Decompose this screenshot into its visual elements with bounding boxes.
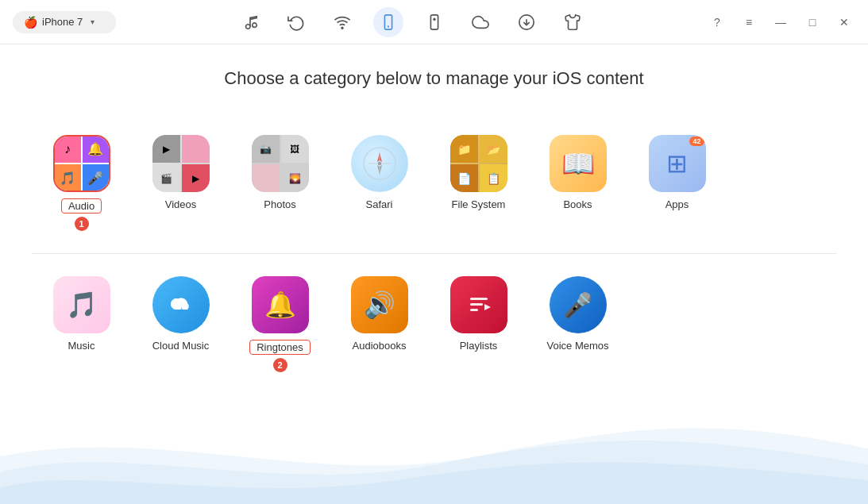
backup-icon[interactable]	[281, 7, 311, 37]
v-cell-3: 🎬	[152, 164, 180, 192]
category-item-audiobooks[interactable]: 🔊 Audiobooks	[330, 270, 429, 358]
fs-cell-3: 📄	[450, 164, 478, 192]
playlists-icon	[450, 276, 507, 333]
books-label: Books	[563, 198, 592, 210]
audiobooks-label: Audiobooks	[353, 340, 407, 352]
category-item-books[interactable]: 📖 Books	[528, 129, 627, 217]
p-cell-2: 🖼	[281, 135, 309, 163]
ios-nav-icon[interactable]	[419, 7, 449, 37]
svg-rect-17	[470, 309, 478, 311]
minimize-icon: —	[775, 16, 786, 29]
audiobooks-icon: 🔊	[351, 276, 408, 333]
videos-label: Videos	[165, 198, 197, 210]
videos-icon: ▶ 🎬 ▶	[152, 135, 210, 192]
category-item-apps[interactable]: ⊞ 42 Apps	[627, 129, 727, 217]
category-item-music[interactable]: 🎵 Music	[32, 270, 131, 358]
svg-point-1	[252, 22, 257, 26]
music-label: Music	[68, 340, 95, 352]
svg-point-2	[341, 27, 343, 29]
playlists-label: Playlists	[460, 340, 498, 352]
audio-cell-3: 🎵	[55, 164, 81, 192]
fs-cell-2: 📂	[480, 135, 507, 163]
ringtones-icon: 🔔	[252, 276, 309, 333]
chevron-down-icon: ▾	[91, 17, 95, 26]
toolbox-icon[interactable]	[557, 7, 588, 37]
cloud-icon[interactable]	[465, 7, 496, 37]
titlebar-left: 🍎 iPhone 7 ▾	[13, 11, 116, 33]
titlebar-right: ? ≡ — □ ✕	[706, 11, 855, 33]
cloudmusic-icon: ♪	[152, 276, 210, 333]
category-item-ringtones[interactable]: 🔔 Ringtones 2	[230, 270, 330, 379]
audio-cell-2: 🔔	[83, 135, 109, 163]
category-row-2: 🎵 Music ♪ Cloud Music	[32, 254, 836, 387]
audio-cell-4: 🎤	[83, 164, 109, 192]
audio-cell-1: ♪	[55, 135, 81, 163]
menu-icon: ≡	[746, 16, 752, 29]
music-nav-icon[interactable]	[235, 7, 265, 37]
category-item-videos[interactable]: ▶ 🎬 ▶ Videos	[131, 129, 230, 217]
help-icon: ?	[714, 16, 720, 29]
fs-cell-4: 📋	[480, 164, 507, 192]
apple-logo-icon: 🍎	[24, 16, 37, 29]
compass-svg	[362, 146, 397, 181]
safari-label: Safari	[366, 198, 393, 210]
v-cell-4: ▶	[182, 164, 210, 192]
download-icon[interactable]	[511, 7, 542, 37]
category-item-playlists[interactable]: Playlists	[429, 270, 528, 358]
step-1-badge: 1	[75, 217, 89, 231]
category-item-cloudmusic[interactable]: ♪ Cloud Music	[131, 270, 230, 358]
svg-rect-5	[430, 14, 438, 29]
category-grid: ♪ 🔔 🎵 🎤 Audio 1 ▶ 🎬 ▶	[32, 121, 836, 387]
svg-rect-15	[470, 298, 488, 300]
photos-icon: 📷 🖼 🌄	[252, 135, 309, 192]
p-cell-4: 🌄	[281, 164, 309, 192]
category-item-safari[interactable]: Safari	[330, 129, 429, 217]
device-name-label: iPhone 7	[42, 16, 83, 28]
nav-icons	[235, 7, 588, 37]
filesystem-label: File System	[452, 198, 506, 210]
category-item-photos[interactable]: 📷 🖼 🌄 Photos	[230, 129, 330, 217]
category-item-voicememos[interactable]: 🎤 Voice Memos	[528, 270, 627, 358]
ringtones-label: Ringtones	[249, 340, 311, 355]
wave-decoration	[0, 409, 868, 504]
help-button[interactable]: ?	[706, 11, 728, 33]
voicememos-label: Voice Memos	[546, 340, 608, 352]
audio-icon: ♪ 🔔 🎵 🎤	[53, 135, 110, 192]
svg-text:♪: ♪	[179, 305, 183, 314]
playlists-svg	[464, 290, 494, 320]
wifi-icon[interactable]	[327, 7, 357, 37]
voicememos-icon: 🎤	[550, 276, 607, 333]
cloud-music-svg: ♪	[167, 290, 195, 319]
category-row-1: ♪ 🔔 🎵 🎤 Audio 1 ▶ 🎬 ▶	[32, 121, 836, 254]
main-content: Choose a category below to manage your i…	[0, 44, 868, 410]
close-button[interactable]: ✕	[833, 11, 855, 33]
books-icon: 📖	[550, 135, 607, 192]
safari-icon	[351, 135, 408, 192]
page-title: Choose a category below to manage your i…	[32, 68, 836, 89]
maximize-button[interactable]: □	[801, 11, 824, 33]
apps-label: Apps	[665, 198, 689, 210]
svg-rect-16	[470, 303, 483, 306]
audio-label: Audio	[61, 198, 102, 214]
p-cell-1: 📷	[252, 135, 280, 163]
music-icon: 🎵	[53, 276, 110, 333]
device-selector[interactable]: 🍎 iPhone 7 ▾	[13, 11, 116, 33]
apps-badge: 42	[689, 137, 704, 146]
category-item-filesystem[interactable]: 📁 📂 📄 📋 File System	[429, 129, 528, 217]
wave-svg	[0, 409, 868, 504]
svg-marker-18	[484, 304, 491, 310]
cloudmusic-label: Cloud Music	[152, 340, 210, 352]
v-cell-2	[182, 135, 210, 163]
photos-label: Photos	[264, 198, 295, 210]
filesystem-icon: 📁 📂 📄 📋	[450, 135, 507, 192]
fs-cell-1: 📁	[450, 135, 478, 163]
category-item-audio[interactable]: ♪ 🔔 🎵 🎤 Audio 1	[32, 129, 131, 237]
svg-point-0	[245, 24, 250, 29]
apps-icon-container: ⊞ 42	[649, 135, 706, 192]
menu-button[interactable]: ≡	[738, 11, 760, 33]
close-icon: ✕	[839, 16, 849, 29]
p-cell-3	[252, 164, 280, 192]
minimize-button[interactable]: —	[770, 11, 792, 33]
iphone-nav-icon[interactable]	[373, 7, 403, 37]
v-cell-1: ▶	[152, 135, 180, 163]
